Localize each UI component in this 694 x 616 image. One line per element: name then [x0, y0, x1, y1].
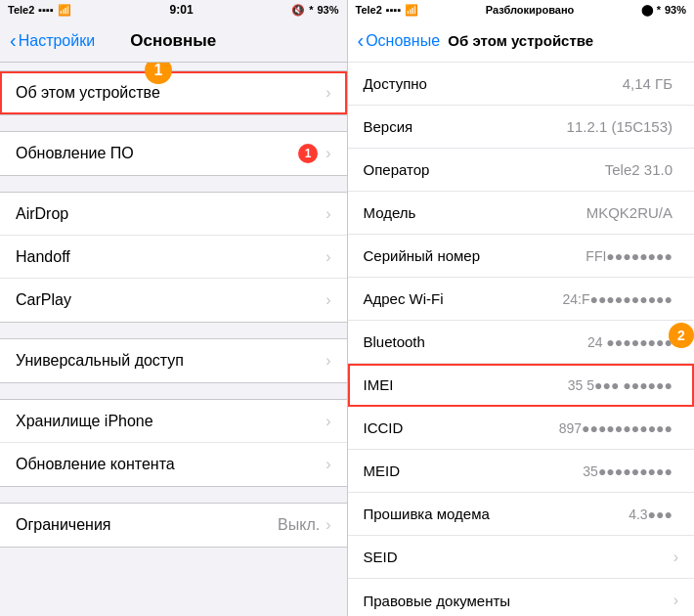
- storage-label: Хранилище iPhone: [16, 413, 325, 430]
- section-about: 1 Об этом устройстве ›: [0, 70, 347, 115]
- right-status-right: ⬤ * 93%: [641, 4, 686, 17]
- available-value: 4,14 ГБ: [623, 75, 672, 92]
- legal-chevron: ›: [673, 592, 678, 609]
- row-version: Версия 11.2.1 (15C153): [348, 106, 695, 149]
- model-label: Модель: [364, 204, 586, 221]
- mute-icon: 🔇: [291, 4, 305, 17]
- accessibility-label: Универсальный доступ: [16, 352, 325, 370]
- meid-label: MEID: [364, 462, 584, 479]
- left-status-right: 🔇 * 93%: [291, 4, 338, 17]
- modem-fw-value: 4.3●●●: [629, 506, 672, 522]
- carplay-label: CarPlay: [16, 291, 325, 309]
- back-to-settings[interactable]: ‹ Настройки: [10, 29, 95, 52]
- group-storage: Хранилище iPhone › Обновление контента ›: [0, 399, 347, 487]
- about-chevron: ›: [325, 84, 330, 102]
- wifi-icon-right: 📶: [405, 4, 418, 17]
- divider-1: [0, 115, 347, 131]
- handoff-chevron: ›: [325, 248, 330, 266]
- content-update-label: Обновление контента: [16, 456, 325, 473]
- carrier-left: Tele2: [8, 4, 34, 16]
- signal-right: ▪▪▪▪: [386, 4, 402, 16]
- left-status-left: Tele2 ▪▪▪▪ 📶: [8, 4, 71, 17]
- row-legal[interactable]: Правовые документы ›: [348, 579, 695, 616]
- divider-5: [0, 487, 347, 503]
- left-nav-bar: ‹ Настройки Основные: [0, 20, 347, 63]
- serial-label: Серийный номер: [364, 247, 586, 264]
- content-update-chevron: ›: [325, 456, 330, 473]
- imei-label: IMEI: [364, 376, 568, 393]
- row-airdrop[interactable]: AirDrop ›: [0, 193, 347, 236]
- seid-label: SEID: [364, 549, 673, 565]
- wifi-addr-label: Адрес Wi-Fi: [364, 290, 563, 307]
- row-imei: IMEI 35 5●●● ●●●●●●: [348, 364, 695, 407]
- bluetooth-label: Bluetooth: [364, 333, 587, 350]
- restrictions-chevron: ›: [325, 516, 330, 534]
- right-content: Доступно 4,14 ГБ Версия 11.2.1 (15C153) …: [348, 63, 695, 616]
- group-restrictions: Ограничения Выкл. ›: [0, 503, 347, 548]
- accessibility-chevron: ›: [325, 352, 330, 370]
- row-meid: MEID 35●●●●●●●●●: [348, 450, 695, 493]
- back-label-settings: Настройки: [19, 32, 95, 50]
- row-carplay[interactable]: CarPlay ›: [0, 279, 347, 322]
- step-badge-2: 2: [669, 323, 694, 348]
- row-storage[interactable]: Хранилище iPhone ›: [0, 400, 347, 443]
- row-operator: Оператор Tele2 31.0: [348, 149, 695, 192]
- right-group: Доступно 4,14 ГБ Версия 11.2.1 (15C153) …: [348, 63, 695, 616]
- row-serial: Серийный номер FFI●●●●●●●●: [348, 235, 695, 278]
- bluetooth-icon-right: ⬤: [641, 4, 653, 17]
- version-label: Версия: [364, 118, 567, 135]
- row-content-update[interactable]: Обновление контента ›: [0, 443, 347, 486]
- about-device-label: Об этом устройстве: [16, 84, 325, 102]
- iccid-label: ICCID: [364, 419, 559, 436]
- row-accessibility[interactable]: Универсальный доступ ›: [0, 339, 347, 382]
- bt-right: *: [657, 4, 661, 16]
- seid-chevron: ›: [673, 549, 678, 566]
- bluetooth-icon-left: *: [309, 4, 313, 16]
- operator-label: Оператор: [364, 161, 605, 178]
- restrictions-label: Ограничения: [16, 516, 278, 534]
- carplay-chevron: ›: [325, 291, 330, 309]
- left-nav-title: Основные: [130, 31, 216, 51]
- battery-right: 93%: [665, 4, 686, 16]
- back-chevron-left: ‹: [10, 29, 17, 52]
- row-available: Доступно 4,14 ГБ: [348, 63, 695, 106]
- legal-label: Правовые документы: [364, 593, 673, 609]
- battery-left: 93%: [317, 4, 338, 16]
- left-panel: Tele2 ▪▪▪▪ 📶 9:01 🔇 * 93% ‹ Настройки Ос…: [0, 0, 347, 616]
- time-left: 9:01: [170, 3, 194, 17]
- storage-chevron: ›: [325, 413, 330, 430]
- row-handoff[interactable]: Handoff ›: [0, 236, 347, 279]
- handoff-label: Handoff: [16, 248, 325, 266]
- airdrop-label: AirDrop: [16, 205, 325, 223]
- row-restrictions[interactable]: Ограничения Выкл. ›: [0, 504, 347, 547]
- right-panel: Tele2 ▪▪▪▪ 📶 Разблокировано ⬤ * 93% ‹ Ос…: [348, 0, 695, 616]
- operator-value: Tele2 31.0: [605, 161, 672, 178]
- restrictions-value: Выкл.: [278, 516, 320, 534]
- row-about-device[interactable]: Об этом устройстве ›: [0, 71, 347, 114]
- row-bluetooth: Bluetooth 24 ●●●●●●●● 2: [348, 321, 695, 364]
- back-label-general: Основные: [366, 32, 440, 50]
- model-value: MKQK2RU/A: [586, 204, 672, 221]
- carrier-right: Tele2: [356, 4, 382, 16]
- back-to-general[interactable]: ‹ Основные: [358, 29, 441, 52]
- iccid-value: 897●●●●●●●●●●●: [559, 420, 672, 436]
- imei-value: 35 5●●● ●●●●●●: [568, 377, 672, 393]
- group-about: Об этом устройстве ›: [0, 70, 347, 115]
- group-connectivity: AirDrop › Handoff › CarPlay ›: [0, 192, 347, 323]
- airdrop-chevron: ›: [325, 205, 330, 223]
- divider-2: [0, 176, 347, 192]
- back-chevron-right: ‹: [358, 29, 365, 52]
- serial-value: FFI●●●●●●●●: [586, 248, 672, 264]
- row-seid[interactable]: SEID ›: [348, 536, 695, 579]
- right-status-bar: Tele2 ▪▪▪▪ 📶 Разблокировано ⬤ * 93%: [348, 0, 695, 20]
- row-wifi-addr: Адрес Wi-Fi 24:F●●●●●●●●●●: [348, 278, 695, 321]
- unlock-status: Разблокировано: [486, 4, 575, 16]
- group-accessibility: Универсальный доступ ›: [0, 338, 347, 383]
- row-software-update[interactable]: Обновление ПО 1 ›: [0, 132, 347, 175]
- modem-fw-label: Прошивка модема: [364, 506, 629, 522]
- software-update-label: Обновление ПО: [16, 145, 298, 162]
- divider-4: [0, 383, 347, 399]
- group-update: Обновление ПО 1 ›: [0, 131, 347, 176]
- update-badge: 1: [298, 144, 318, 163]
- wifi-addr-value: 24:F●●●●●●●●●●: [562, 291, 672, 307]
